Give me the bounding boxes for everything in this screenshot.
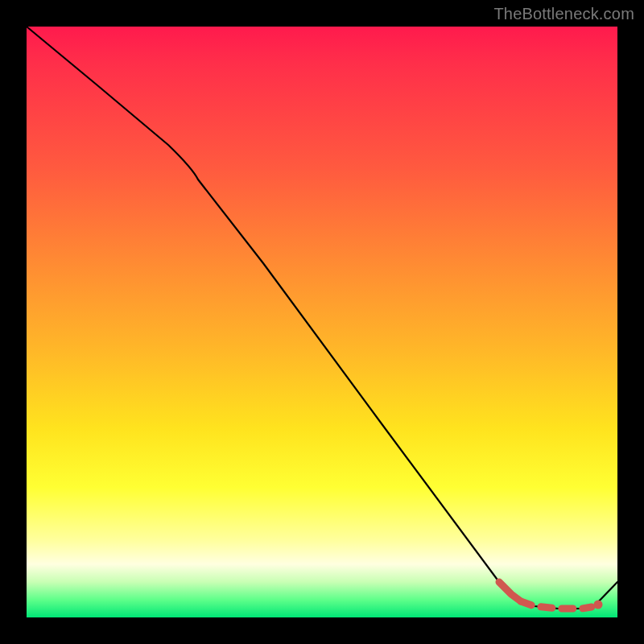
watermark-text: TheBottleneck.com: [493, 5, 634, 23]
accent-dashed: [521, 601, 592, 609]
chart-overlay: [27, 27, 617, 617]
main-curve: [27, 27, 617, 609]
accent-end-dot: [594, 601, 603, 609]
accent-solid: [499, 582, 521, 601]
chart-frame: TheBottleneck.com: [0, 0, 644, 644]
